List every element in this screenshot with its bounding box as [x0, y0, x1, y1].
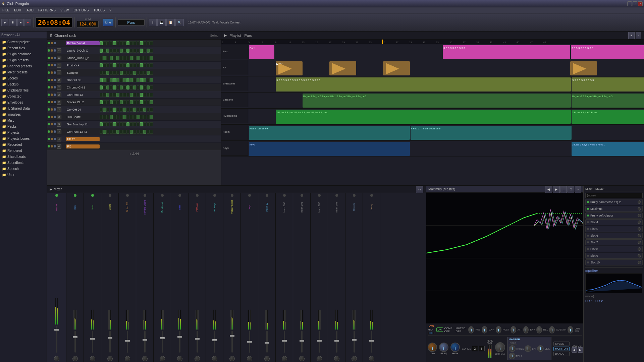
- pad-10-5[interactable]: [116, 115, 119, 119]
- pad-12-12[interactable]: [140, 130, 143, 134]
- send-dot-6[interactable]: [161, 194, 164, 197]
- fx-toggle-6[interactable]: [638, 241, 641, 244]
- fader-track-6[interactable]: [162, 331, 163, 353]
- pad-5-2[interactable]: [106, 78, 109, 82]
- ch-solo-dot-5[interactable]: [54, 79, 56, 81]
- pad-11-9[interactable]: [130, 122, 133, 126]
- ch-active-dot-9[interactable]: [48, 108, 50, 111]
- stop-button[interactable]: ■: [17, 19, 24, 26]
- mixer-channel-master[interactable]: Master: [47, 193, 66, 362]
- pad-0-3[interactable]: [110, 41, 113, 45]
- pad-10-9[interactable]: [130, 115, 133, 119]
- pad-7-7[interactable]: [123, 93, 126, 97]
- ch-mute-dot-12[interactable]: [51, 130, 53, 133]
- pad-8-13[interactable]: [143, 100, 146, 104]
- send-knob-5[interactable]: [142, 356, 148, 361]
- ch-name-2[interactable]: Laurie_Ooh C_2: [66, 56, 100, 60]
- ch-active-dot-6[interactable]: [48, 86, 50, 88]
- fx-slot-3[interactable]: Slot 4: [585, 219, 643, 225]
- send-dot-12[interactable]: [266, 194, 268, 197]
- pad-2-6[interactable]: [120, 56, 123, 60]
- ch-mute-dot-11[interactable]: [51, 123, 53, 125]
- menu-file[interactable]: FILE: [1, 8, 10, 12]
- pad-11-15[interactable]: [150, 122, 153, 126]
- ch-active-dot-0[interactable]: [48, 42, 50, 44]
- fx-toggle-3[interactable]: [638, 221, 641, 224]
- pad-11-3[interactable]: [110, 122, 113, 126]
- fader-track-11[interactable]: [249, 331, 250, 353]
- pad-12-5[interactable]: [116, 130, 119, 134]
- pad-9-14[interactable]: [147, 108, 150, 112]
- pad-0-10[interactable]: [133, 41, 136, 45]
- pad-0-6[interactable]: [120, 41, 123, 45]
- lowcut-down-button[interactable]: ◀: [572, 347, 577, 353]
- pad-0-13[interactable]: [143, 41, 146, 45]
- pad-2-11[interactable]: [137, 56, 140, 60]
- fader-knob-2[interactable]: [90, 338, 95, 340]
- ch-active-dot-11[interactable]: [48, 123, 50, 125]
- none-selector[interactable]: (none): [585, 193, 643, 198]
- sidebar-item-recorded[interactable]: 📁Recorded: [0, 141, 47, 147]
- ch-mute-dot-4[interactable]: [51, 71, 53, 74]
- track-content-keys[interactable]: Keys 3 Keys 3 Keys 3 Keys 3 Keys...: [248, 141, 644, 157]
- pad-5-6[interactable]: [120, 78, 123, 82]
- pad-7-1[interactable]: [103, 93, 106, 97]
- pad-4-14[interactable]: [147, 71, 150, 75]
- send-knob-14[interactable]: [299, 356, 305, 361]
- pad-2-9[interactable]: [130, 56, 133, 60]
- ch-mute-dot-8[interactable]: [51, 101, 53, 103]
- monitor-button[interactable]: MONITOR: [553, 347, 570, 351]
- ch-solo-dot-6[interactable]: [54, 86, 56, 88]
- send-knob-15[interactable]: [317, 356, 322, 361]
- sidebar-item-current-project[interactable]: 📁Current project: [0, 39, 47, 45]
- playlist-zoom-out[interactable]: -: [636, 32, 641, 39]
- send-dot-17[interactable]: [353, 194, 356, 197]
- send-dot-10[interactable]: [231, 194, 233, 197]
- send-knob-7[interactable]: [177, 356, 182, 361]
- pad-6-3[interactable]: [110, 85, 113, 89]
- pad-10-12[interactable]: [140, 115, 143, 119]
- ch-name-13[interactable]: FX #2: [66, 137, 100, 141]
- ch-mute-dot-3[interactable]: [51, 64, 53, 66]
- mixer-channel-insert-103[interactable]: Insert 103: [328, 193, 345, 362]
- pad-1-3[interactable]: [110, 49, 113, 53]
- track-content-fx[interactable]: ▶ FX: [248, 60, 644, 76]
- pad-8-5[interactable]: [116, 100, 119, 104]
- lowcut-up-button[interactable]: ▶: [578, 347, 583, 353]
- pad-5-4[interactable]: [113, 78, 116, 82]
- fader-knob-18[interactable]: [369, 340, 374, 342]
- pad-4-4[interactable]: [113, 71, 116, 75]
- ch-solo-dot-10[interactable]: [54, 116, 56, 118]
- pad-1-14[interactable]: [147, 49, 150, 53]
- pad-0-7[interactable]: [123, 41, 126, 45]
- line-mode-button[interactable]: Line: [103, 19, 113, 26]
- fader-knob-4[interactable]: [125, 340, 130, 342]
- pad-3-0[interactable]: [100, 63, 103, 67]
- ch-name-7[interactable]: Grv Perc 13: [66, 93, 100, 97]
- pad-9-13[interactable]: [143, 108, 146, 112]
- rel-knob[interactable]: [536, 326, 542, 334]
- pad-12-4[interactable]: [113, 130, 116, 134]
- pad-10-2[interactable]: [106, 115, 109, 119]
- fader-track-3[interactable]: [109, 331, 111, 353]
- pad-6-1[interactable]: [103, 85, 106, 89]
- pad-0-15[interactable]: [150, 41, 153, 45]
- pad-10-4[interactable]: [113, 115, 116, 119]
- solo-button[interactable]: SOLO: [509, 342, 517, 345]
- pad-9-11[interactable]: [137, 108, 140, 112]
- pad-5-5[interactable]: [116, 78, 119, 82]
- pad-10-3[interactable]: [110, 115, 113, 119]
- pre-knob[interactable]: [468, 326, 474, 334]
- pad-2-8[interactable]: [126, 56, 129, 60]
- ch-active-dot-12[interactable]: [48, 130, 50, 133]
- pad-12-6[interactable]: [120, 130, 123, 134]
- fader-knob-9[interactable]: [212, 339, 217, 341]
- pad-4-5[interactable]: [116, 71, 119, 75]
- ch-name-14[interactable]: FX: [66, 144, 100, 148]
- ch-active-dot-7[interactable]: [48, 94, 50, 96]
- pad-12-7[interactable]: [123, 130, 126, 134]
- pad-8-15[interactable]: [150, 100, 153, 104]
- maximus-prev-button[interactable]: ◀: [545, 186, 552, 193]
- pad-2-13[interactable]: [143, 56, 146, 60]
- menu-view[interactable]: VIEW: [59, 8, 70, 12]
